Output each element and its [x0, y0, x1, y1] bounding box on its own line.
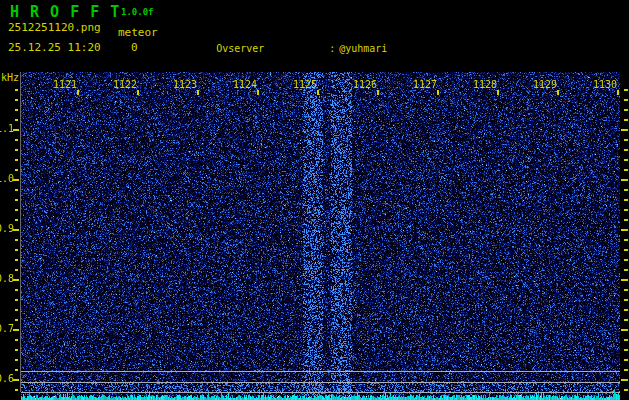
y-axis-tick-right: [624, 389, 628, 391]
y-axis-tick-right: [624, 369, 628, 371]
y-axis-tick-right: [624, 249, 628, 251]
y-axis-tick-right: [624, 269, 628, 271]
app-title: H R O F F T: [10, 3, 120, 21]
y-axis-tick-right: [624, 149, 628, 151]
output-filename: 2512251120.png: [8, 21, 101, 34]
spectrogram-canvas: [21, 72, 620, 400]
y-axis-tick-right: [624, 169, 628, 171]
y-axis-label: 0.9: [0, 223, 14, 234]
info-colon: :: [329, 42, 339, 55]
y-axis-tick-right: [624, 349, 628, 351]
y-axis-tick-right: [621, 229, 628, 231]
y-axis-tick-minor: [15, 159, 18, 161]
y-axis-tick-minor: [15, 189, 18, 191]
y-axis-tick-major: [13, 229, 19, 231]
timestamp: 25.12.25 11:20: [8, 41, 101, 54]
y-axis-tick-right: [624, 259, 628, 261]
y-axis-unit-label: kHz: [1, 72, 19, 83]
y-axis-tick-major: [13, 129, 19, 131]
meteor-counter-label: meteor: [118, 26, 158, 39]
y-axis-tick-right: [624, 119, 628, 121]
y-axis-tick-minor: [15, 209, 18, 211]
y-axis-tick-minor: [15, 299, 18, 301]
y-axis-label: 0.7: [0, 323, 14, 334]
y-axis-tick-minor: [15, 89, 18, 91]
y-axis-tick-minor: [15, 389, 18, 391]
y-axis-tick-major: [13, 379, 19, 381]
meteor-count-value: 0: [131, 41, 138, 54]
y-axis-tick-right: [624, 159, 628, 161]
y-axis-tick-minor: [15, 259, 18, 261]
y-axis-tick-minor: [15, 119, 18, 121]
y-axis-tick-minor: [15, 249, 18, 251]
y-axis-tick-right: [624, 299, 628, 301]
y-axis-tick-right: [624, 309, 628, 311]
y-axis-tick-minor: [15, 369, 18, 371]
y-axis-tick-major: [13, 279, 19, 281]
y-axis-tick-minor: [15, 149, 18, 151]
y-axis-tick-right: [624, 199, 628, 201]
y-axis-line: [20, 72, 21, 392]
y-axis-tick-minor: [15, 269, 18, 271]
y-axis-tick-right: [624, 239, 628, 241]
y-axis-tick-minor: [15, 139, 18, 141]
y-axis-tick-minor: [15, 219, 18, 221]
y-axis-tick-minor: [15, 319, 18, 321]
y-axis-tick-right: [621, 279, 628, 281]
info-value: @yuhmari: [339, 43, 387, 54]
y-axis-label: 0.8: [0, 273, 14, 284]
y-axis-tick-minor: [15, 289, 18, 291]
y-axis-label: 1.1: [0, 123, 14, 134]
y-axis-tick-minor: [15, 359, 18, 361]
hrofft-window: H R O F F T 1.0.0f 2512251120.png meteor…: [0, 0, 629, 400]
y-axis-tick-minor: [15, 239, 18, 241]
y-axis-tick-minor: [15, 339, 18, 341]
info-label: Ovserver: [216, 42, 329, 55]
y-axis-tick-right: [621, 379, 628, 381]
y-axis-tick-right: [624, 189, 628, 191]
app-version: 1.0.0f: [121, 7, 154, 17]
y-axis-label: 0.6: [0, 373, 14, 384]
y-axis-tick-minor: [15, 309, 18, 311]
y-axis-tick-minor: [15, 169, 18, 171]
y-axis-tick-right: [624, 289, 628, 291]
y-axis-tick-right: [624, 209, 628, 211]
y-axis-tick-right: [621, 329, 628, 331]
y-axis-tick-right: [624, 89, 628, 91]
y-axis-tick-right: [621, 179, 628, 181]
y-axis-tick-minor: [15, 199, 18, 201]
y-axis-tick-right: [624, 319, 628, 321]
y-axis-tick-right: [624, 219, 628, 221]
y-axis-tick-minor: [15, 99, 18, 101]
y-axis-tick-minor: [15, 109, 18, 111]
y-axis-tick-major: [13, 329, 19, 331]
info-row-observer: Ovserver:@yuhmari: [180, 29, 586, 68]
y-axis-tick-right: [624, 109, 628, 111]
y-axis-tick-right: [624, 359, 628, 361]
y-axis-tick-major: [13, 179, 19, 181]
y-axis-label: 1.0: [0, 173, 14, 184]
y-axis-tick-minor: [15, 349, 18, 351]
y-axis-tick-right: [624, 339, 628, 341]
y-axis-tick-right: [624, 139, 628, 141]
y-axis-tick-right: [624, 99, 628, 101]
y-axis-tick-right: [621, 129, 628, 131]
